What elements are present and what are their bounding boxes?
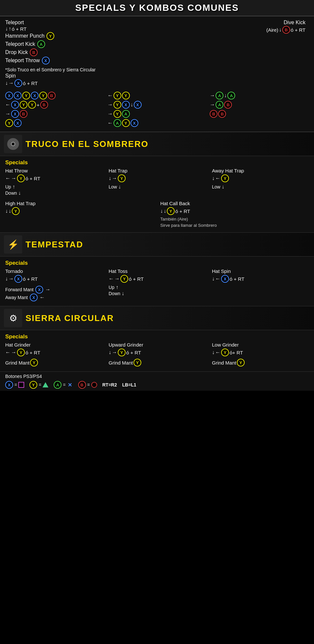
combo-col-1: X X Y X Y B ← X Y Y + B — [5, 92, 104, 127]
c1-b1: B — [48, 92, 56, 99]
hat-throw-directions: Up ↑ Down ↓ — [5, 184, 102, 196]
legend-a-btn: A — [54, 381, 61, 389]
dive-kick-block: Dive Kick (Aire) ↓ B ó + RT — [155, 20, 309, 34]
btn-x-spin: X — [14, 79, 22, 87]
teleport-text: ó + RT — [12, 26, 26, 32]
hat-throw-up: Up ↑ — [5, 184, 102, 190]
combo-grid: X X Y X Y B ← X Y Y + B — [5, 92, 309, 127]
drop-kick-row: Drop Kick B — [5, 48, 155, 56]
teleport-throw-row: Teleport Throw X — [5, 57, 155, 64]
combo-1-3: → X B — [5, 110, 104, 118]
specials-section: Teleport ↓ ↑ ó + RT Hamnmer Punch Y Tele… — [0, 16, 314, 132]
btn-x-hspin: X — [221, 275, 229, 283]
c2-y2: Y — [122, 92, 130, 99]
c1-b3: B — [20, 110, 27, 118]
hat-section-title: TRUCO EN EL SOMBRERO — [26, 139, 148, 149]
combo-1-1: X X Y X Y B — [5, 92, 104, 99]
legend-rt: RT=R2 — [102, 382, 117, 387]
c1-x6: X — [14, 119, 22, 127]
btn-y-toss: Y — [120, 275, 128, 283]
low-grinder-input: ↓ ← Y ó+ RT — [212, 349, 309, 356]
hat-call-back-block: Hat Call Back ↓ ↓ Y ó + RT También (Aire… — [160, 201, 309, 228]
btn-y-lg-mant: Y — [237, 359, 245, 367]
hat-section-content: Specials Hat Throw ← → Y ó + RT Up ↑ — [0, 156, 314, 232]
high-hat-trap-block: High Hat Trap ↓ ↓ Y — [5, 201, 154, 228]
combo-3-2: → A B — [210, 101, 309, 109]
combo-1-4: Y X — [5, 119, 104, 127]
dive-kick-name: Dive Kick — [155, 20, 305, 26]
upward-grinder-mant: Grind Mant Y — [109, 359, 205, 367]
c2-a1: A — [122, 110, 130, 118]
hat-throw-block: Hat Throw ← → Y ó + RT Up ↑ Down ↓ — [5, 168, 102, 196]
hat-trap-low: Low ↓ — [109, 184, 205, 190]
legend-y-btn: Y — [29, 381, 37, 389]
hat-throw-name: Hat Throw — [5, 168, 102, 173]
c2-a2: A — [113, 119, 121, 127]
hat-moves-grid-2: High Hat Trap ↓ ↓ Y Hat Call Back ↓ ↓ Y … — [5, 201, 309, 228]
c2-y5: Y — [122, 119, 130, 127]
hat-section-header: TRUCO EN EL SOMBRERO — [0, 132, 314, 156]
legend-x-btn: X — [5, 381, 13, 389]
teleport-kick-row: Teleport Kick A — [5, 40, 155, 48]
hat-toss-block: Hat Toss ← → Y ó + RT Up ↑ Down ↓ — [109, 268, 205, 301]
tornado-mant: Forward Mant X → Away Mant X ← — [5, 286, 102, 301]
teleport-input: ↓ ↑ ó + RT — [5, 26, 155, 32]
dive-kick-input: (Aire) ↓ B ó + RT — [155, 26, 305, 34]
low-grinder-name: Low Grinder — [212, 342, 309, 348]
btn-y-hht: Y — [12, 207, 20, 215]
arrow-up: ↑ — [9, 26, 11, 32]
sierra-moves-grid: Hat Grinder ← → Y ó + RT Grind Mant Y Up… — [5, 342, 309, 367]
c1-x1: X — [5, 92, 13, 99]
temp-specials-label: Specials — [5, 260, 309, 266]
solo-truco-block: *Solo Truco en el Sombrero y Sierra Circ… — [5, 67, 309, 87]
c1-y4: Y — [28, 101, 36, 109]
combo-1-2: ← X Y Y + B — [5, 101, 104, 109]
forward-mant-row: Forward Mant X → — [5, 286, 102, 294]
away-hat-trap-input: ↓ ← Y — [212, 174, 309, 182]
c1-y1: Y — [22, 92, 30, 99]
hat-grinder-input: ← → Y ó + RT — [5, 349, 102, 356]
ps-label: Botones PS3/PS4 — [5, 374, 309, 379]
lb-label: LB=L1 — [122, 382, 136, 387]
btn-a-tkick: A — [37, 40, 45, 48]
legend-a: A = ✕ — [54, 381, 73, 389]
btn-y-hg-mant: Y — [30, 359, 38, 367]
high-hat-trap-input: ↓ ↓ Y — [5, 207, 154, 215]
rt-label: RT=R2 — [102, 382, 117, 387]
spin-row: Spin — [5, 73, 309, 79]
main-header: SPECIALS Y KOMBOS COMUNES — [0, 0, 314, 16]
arrow-down: ↓ — [5, 26, 8, 32]
legend-b: B = — [78, 381, 97, 389]
low-grinder-mant: Grind Mant Y — [212, 359, 309, 367]
page: SPECIALS Y KOMBOS COMUNES Teleport ↓ ↑ ó… — [0, 0, 314, 391]
temp-section-header: ⚡ TEMPESTAD — [0, 232, 314, 257]
hat-grinder-block: Hat Grinder ← → Y ó + RT Grind Mant Y — [5, 342, 102, 367]
hat-toss-input: ← → Y ó + RT — [109, 275, 205, 283]
hat-throw-down: Down ↓ — [5, 190, 102, 196]
btn-x-fmant: X — [35, 286, 43, 294]
btn-y-hammer: Y — [46, 32, 54, 40]
main-title: SPECIALS Y KOMBOS COMUNES — [5, 3, 309, 13]
c2-y3: Y — [113, 101, 121, 109]
temp-section-title: TEMPESTAD — [26, 240, 83, 250]
btn-x-tthrow: X — [42, 57, 50, 64]
hat-moves-grid: Hat Throw ← → Y ó + RT Up ↑ Down ↓ — [5, 168, 309, 196]
btn-x-tornado: X — [14, 275, 22, 283]
teleport-dive-row: Teleport ↓ ↑ ó + RT Hamnmer Punch Y Tele… — [5, 20, 309, 64]
hat-trap-block: Hat Trap ↓ → Y Low ↓ — [109, 168, 205, 196]
ps-cross-icon: ✕ — [67, 382, 73, 388]
sierra-section-content: Specials Hat Grinder ← → Y ó + RT Grind … — [0, 330, 314, 371]
btn-y-aht: Y — [221, 174, 229, 182]
legend-b-btn: B — [78, 381, 86, 389]
teleport-name: Teleport — [5, 20, 155, 26]
c2-y4: Y — [113, 110, 121, 118]
c2-x2: X — [134, 101, 142, 109]
hat-grinder-name: Hat Grinder — [5, 342, 102, 348]
c2-x1: X — [122, 101, 130, 109]
combo-col-2: ← Y Y → Y X ↓ X → Y A — [108, 92, 207, 127]
btn-x-amant: X — [30, 294, 38, 301]
legend-x: X = — [5, 381, 24, 389]
storm-icon: ⚡ — [8, 239, 19, 250]
move-list: Hamnmer Punch Y Teleport Kick A Drop Kic… — [5, 32, 155, 64]
combo-3-1: → A ↓ A — [210, 92, 309, 99]
